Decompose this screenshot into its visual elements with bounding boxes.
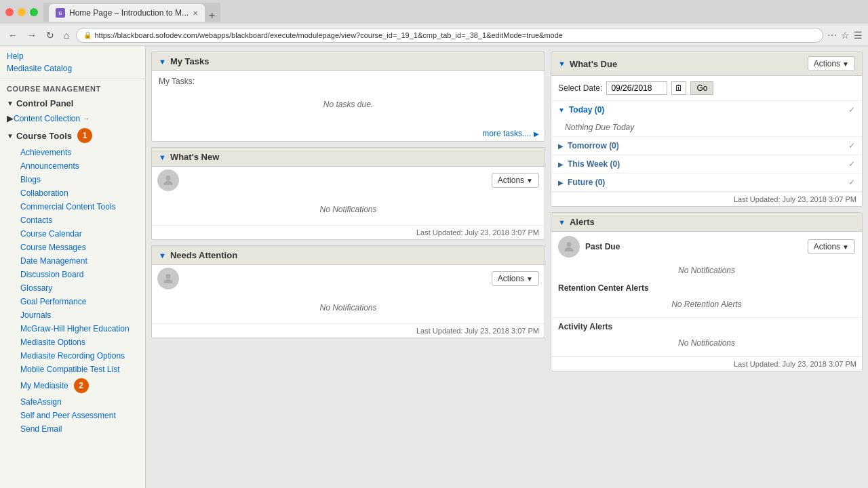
sidebar-item-course-messages[interactable]: Course Messages [14, 241, 145, 254]
calendar-button[interactable]: 🗓 [671, 81, 686, 95]
svg-point-0 [166, 176, 171, 180]
whats-new-arrow[interactable]: ▼ [159, 153, 166, 161]
whats-new-header: ▼ What's New [152, 148, 545, 167]
sidebar-item-mediasite-options[interactable]: Mediasite Options [14, 336, 145, 349]
sidebar-item-content-collection[interactable]: ▶ Content Collection → [0, 111, 145, 125]
due-section-future-header[interactable]: ▶ Future (0) ✓ [551, 174, 862, 191]
whats-due-arrow[interactable]: ▼ [558, 60, 566, 68]
more-tasks-arrow-icon: ▶ [534, 130, 539, 138]
my-tasks-title: My Tasks [170, 56, 210, 66]
past-due-label: Past Due [585, 242, 620, 251]
sidebar-item-date-management[interactable]: Date Management [14, 254, 145, 268]
whats-due-last-updated: Last Updated: July 23, 2018 3:07 PM [551, 192, 862, 206]
sidebar-item-course-tools[interactable]: ▼ Course Tools 1 [0, 125, 145, 146]
due-section-tomorrow-header[interactable]: ▶ Tomorrow (0) ✓ [551, 137, 862, 155]
nav-bar: ← → ↻ ⌂ 🔒 https://blackboard.sofodev.com… [0, 24, 868, 46]
sidebar-item-mediasite-recording-options[interactable]: Mediasite Recording Options [14, 349, 145, 363]
new-tab-button[interactable]: + [209, 9, 215, 22]
needs-attention-actions-button[interactable]: Actions ▼ [492, 271, 539, 286]
lock-icon: 🔒 [83, 31, 92, 39]
sidebar-item-send-email[interactable]: Send Email [14, 422, 145, 436]
sidebar-item-mcgraw-hill[interactable]: McGraw-Hill Higher Education [14, 322, 145, 336]
activity-alerts-content: No Notifications [558, 334, 855, 352]
whats-new-no-content: No Notifications [152, 194, 545, 225]
needs-attention-actions-arrow-icon: ▼ [526, 275, 533, 283]
sidebar-item-contacts[interactable]: Contacts [14, 214, 145, 227]
due-section-today-title: Today (0) [569, 105, 604, 115]
more-tasks-link[interactable]: more tasks.... [482, 129, 531, 138]
sidebar-link-mediasite-catalog[interactable]: Mediasite Catalog [7, 62, 138, 75]
retention-alerts-content: No Retention Alerts [558, 296, 855, 313]
sidebar-item-course-calendar[interactable]: Course Calendar [14, 227, 145, 241]
forward-button[interactable]: → [24, 28, 39, 42]
active-tab[interactable]: B Home Page – Introduction to M... ✕ [49, 4, 205, 22]
past-due-content: No Notifications [551, 262, 862, 279]
due-section-future-title: Future (0) [568, 178, 605, 187]
url-bar[interactable]: 🔒 https://blackboard.sofodev.com/webapps… [76, 28, 823, 43]
date-input[interactable] [606, 81, 667, 95]
sidebar-item-mobile-compatible-test-list[interactable]: Mobile Compatible Test List [14, 363, 145, 376]
my-tasks-label: My Tasks: [159, 77, 538, 86]
sidebar-item-safeassign[interactable]: SafeAssign [14, 395, 145, 409]
minimize-button[interactable] [18, 8, 26, 16]
due-section-today-arrow: ▼ [558, 106, 565, 114]
sidebar-item-achievements[interactable]: Achievements [14, 146, 145, 159]
tab-close-button[interactable]: ✕ [193, 9, 198, 17]
go-button[interactable]: Go [690, 81, 713, 95]
maximize-button[interactable] [30, 8, 38, 16]
due-section-today-header[interactable]: ▼ Today (0) ✓ [551, 101, 862, 119]
needs-attention-no-content: No Notifications [152, 292, 545, 323]
sidebar-item-glossary[interactable]: Glossary [14, 281, 145, 295]
back-button[interactable]: ← [5, 28, 20, 42]
tab-favicon: B [56, 8, 65, 18]
whats-due-actions-button[interactable]: Actions ▼ [808, 56, 855, 71]
retention-alerts-section: Retention Center Alerts No Retention Ale… [551, 279, 862, 318]
sidebar: Help Mediasite Catalog COURSE MANAGEMENT… [0, 46, 146, 488]
more-menu-icon[interactable]: ☰ [854, 30, 863, 41]
needs-attention-title: Needs Attention [170, 250, 237, 260]
needs-attention-arrow[interactable]: ▼ [159, 251, 166, 260]
browser-chrome: B Home Page – Introduction to M... ✕ + ←… [0, 0, 868, 46]
sidebar-item-commercial-content-tools[interactable]: Commercial Content Tools [14, 200, 145, 214]
alerts-arrow[interactable]: ▼ [558, 218, 566, 226]
sidebar-item-blogs[interactable]: Blogs [14, 173, 145, 186]
due-section-this-week: ▶ This Week (0) ✓ [551, 155, 862, 174]
my-tasks-arrow[interactable]: ▼ [159, 58, 166, 66]
sidebar-item-goal-performance[interactable]: Goal Performance [14, 295, 145, 308]
due-section-this-week-header[interactable]: ▶ This Week (0) ✓ [551, 155, 862, 173]
sidebar-item-journals[interactable]: Journals [14, 308, 145, 322]
alerts-actions-button[interactable]: Actions ▼ [808, 239, 855, 254]
main-content: ▼ My Tasks My Tasks: No tasks due. more … [146, 46, 868, 488]
sidebar-top-links: Help Mediasite Catalog [0, 46, 145, 79]
nav-extras: ⋯ ☆ ☰ [827, 30, 863, 41]
whats-new-panel: ▼ What's New Actions ▼ No Notifications … [151, 147, 545, 240]
sidebar-item-collaboration[interactable]: Collaboration [14, 186, 145, 200]
whats-due-panel: ▼ What's Due Actions ▼ Select Date: 🗓 Go [551, 52, 863, 207]
bookmark-icon[interactable]: ☆ [841, 30, 850, 41]
whats-new-actions-label: Actions [498, 176, 524, 185]
due-future-check-icon: ✓ [848, 178, 855, 187]
sidebar-link-help[interactable]: Help [7, 50, 138, 62]
sidebar-item-self-and-peer-assessment[interactable]: Self and Peer Assessment [14, 409, 145, 422]
sidebar-item-my-mediasite[interactable]: My Mediasite 2 [14, 376, 145, 395]
url-text: https://blackboard.sofodev.com/webapps/b… [94, 31, 563, 39]
due-tomorrow-check-icon: ✓ [848, 141, 855, 150]
alerts-panel: ▼ Alerts Past Due Actions ▼ [551, 212, 863, 371]
home-button[interactable]: ⌂ [61, 28, 72, 42]
sidebar-item-announcements[interactable]: Announcements [14, 159, 145, 173]
svg-point-1 [166, 274, 171, 279]
extensions-icon[interactable]: ⋯ [827, 30, 837, 41]
reload-button[interactable]: ↻ [43, 28, 57, 42]
due-this-week-check-icon: ✓ [848, 159, 855, 169]
alerts-actions-label: Actions [814, 242, 840, 251]
my-tasks-header: ▼ My Tasks [152, 52, 545, 71]
due-section-tomorrow-arrow: ▶ [558, 142, 564, 150]
sidebar-item-discussion-board[interactable]: Discussion Board [14, 268, 145, 281]
whats-new-actions-button[interactable]: Actions ▼ [492, 173, 539, 188]
my-tasks-more-link: more tasks.... ▶ [152, 125, 545, 141]
content-collection-arrow: ▶ [7, 113, 14, 123]
course-tools-arrow: ▼ [7, 132, 14, 140]
sidebar-item-control-panel[interactable]: ▼ Control Panel [0, 96, 145, 111]
whats-due-actions-label: Actions [814, 59, 840, 68]
close-button[interactable] [5, 8, 14, 16]
